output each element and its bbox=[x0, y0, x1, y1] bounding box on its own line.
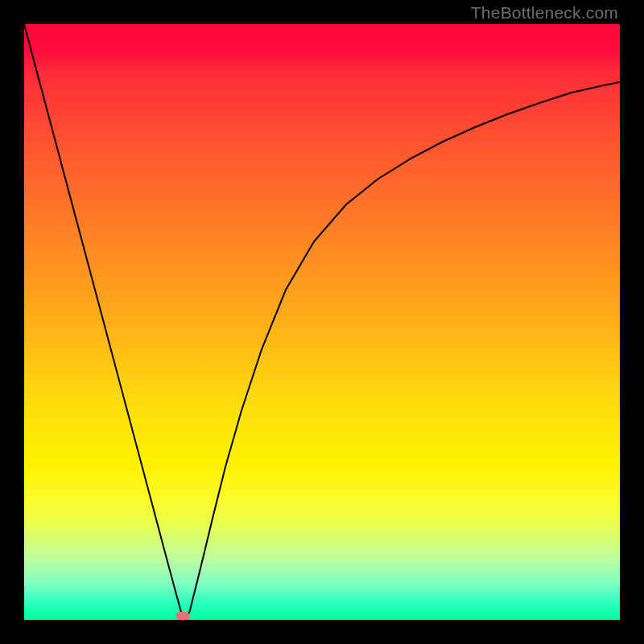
watermark-text: TheBottleneck.com bbox=[471, 3, 618, 23]
curve-line bbox=[24, 24, 620, 620]
bottleneck-curve bbox=[24, 24, 620, 620]
chart-plot-area bbox=[24, 24, 620, 620]
optimal-point-marker bbox=[175, 612, 190, 621]
